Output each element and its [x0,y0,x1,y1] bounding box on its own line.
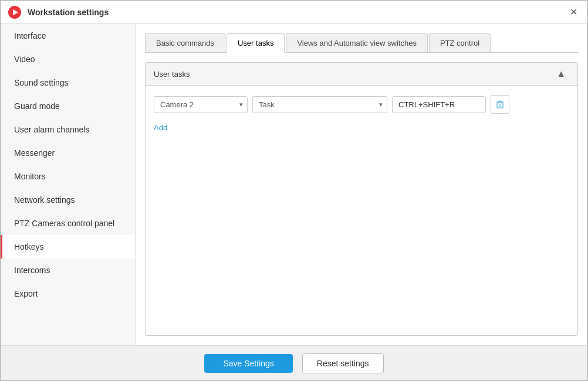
sidebar-item-messenger[interactable]: Messenger [1,141,135,165]
camera-select-wrap: Camera 2 ▾ [154,96,248,113]
hotkey-input[interactable] [392,96,486,113]
tabs-bar: Basic commandsUser tasksViews and Automa… [145,33,578,53]
sidebar-item-export[interactable]: Export [1,282,135,305]
titlebar: Workstation settings ✕ [1,1,587,24]
app-logo-icon [8,5,22,19]
add-link[interactable]: Add [154,123,167,132]
sidebar-item-intercoms[interactable]: Intercoms [1,258,135,282]
window-title: Workstation settings [28,8,109,17]
window: Workstation settings ✕ InterfaceVideoSou… [0,0,588,381]
save-settings-button[interactable]: Save Settings [204,354,292,373]
sidebar-item-hotkeys[interactable]: Hotkeys [1,235,135,258]
panel-body: Camera 2 ▾ Task ▾ [146,86,577,335]
close-icon: ✕ [570,6,577,18]
tab-user-tasks[interactable]: User tasks [227,33,285,53]
trash-icon [495,100,505,109]
titlebar-left: Workstation settings [8,5,109,19]
tab-views-and-automatic-view-switches[interactable]: Views and Automatic view switches [286,33,428,52]
task-select-wrap: Task ▾ [252,96,387,113]
user-tasks-panel: User tasks ▲ Camera 2 ▾ Task ▾ [145,62,578,336]
footer: Save Settings Reset settings [1,345,587,380]
sidebar-item-network-settings[interactable]: Network settings [1,188,135,212]
panel-title: User tasks [154,70,190,79]
sidebar-item-monitors[interactable]: Monitors [1,165,135,188]
tab-basic-commands[interactable]: Basic commands [145,33,225,52]
sidebar-item-video[interactable]: Video [1,47,135,71]
close-button[interactable]: ✕ [566,5,580,19]
panel-header: User tasks ▲ [146,63,577,86]
content-area: Basic commandsUser tasksViews and Automa… [136,24,587,345]
reset-settings-button[interactable]: Reset settings [302,353,384,373]
sidebar: InterfaceVideoSound settingsGuard modeUs… [1,24,136,345]
tab-ptz-control[interactable]: PTZ control [429,33,491,52]
task-select[interactable]: Task [252,96,387,113]
sidebar-item-ptz-cameras-control-panel[interactable]: PTZ Cameras control panel [1,212,135,235]
delete-button[interactable] [491,95,509,114]
main-area: InterfaceVideoSound settingsGuard modeUs… [1,24,587,345]
sidebar-item-user-alarm-channels[interactable]: User alarm channels [1,118,135,141]
sidebar-item-interface[interactable]: Interface [1,24,135,47]
camera-select[interactable]: Camera 2 [154,96,248,113]
panel-collapse-button[interactable]: ▲ [553,67,569,80]
task-row: Camera 2 ▾ Task ▾ [154,95,569,114]
sidebar-item-guard-mode[interactable]: Guard mode [1,94,135,118]
svg-rect-2 [497,103,503,108]
sidebar-item-sound-settings[interactable]: Sound settings [1,71,135,94]
